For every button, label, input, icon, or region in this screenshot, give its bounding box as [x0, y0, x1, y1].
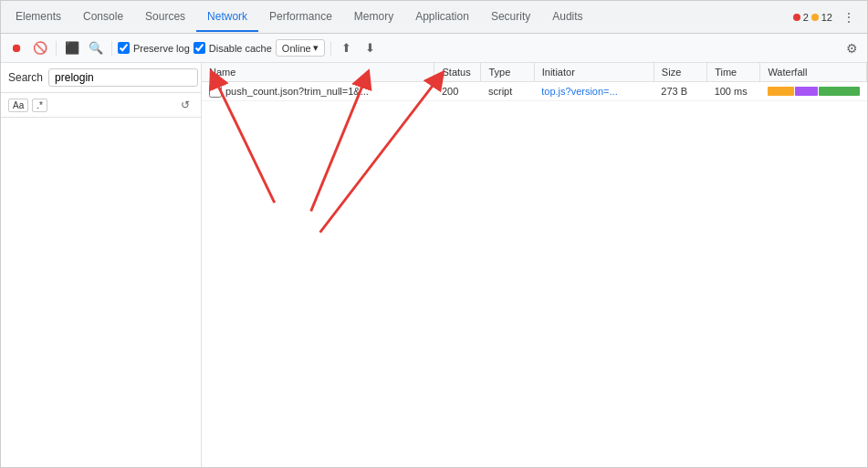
match-case-button[interactable]: Aa: [8, 99, 28, 112]
toolbar-divider-1: [56, 41, 57, 56]
waterfall-seg-3: [819, 87, 859, 96]
warning-count: 12: [821, 12, 832, 23]
search-options: Aa .* ↺: [1, 93, 201, 118]
search-icon[interactable]: 🔍: [86, 38, 106, 58]
cell-time: 100 ms: [707, 82, 760, 101]
toolbar-divider-2: [111, 41, 112, 56]
export-button[interactable]: ⬇: [361, 38, 381, 58]
record-button[interactable]: ⏺: [6, 38, 26, 58]
table-row[interactable]: push_count.json?trim_null=1&... 200 scri…: [202, 82, 867, 101]
col-header-type[interactable]: Type: [481, 63, 534, 82]
table-body: push_count.json?trim_null=1&... 200 scri…: [202, 82, 867, 101]
tab-security[interactable]: Security: [480, 3, 541, 32]
table-header-row: Name Status Type Initiator Size Time Wat…: [202, 63, 867, 82]
tab-elements[interactable]: Elements: [5, 3, 72, 32]
error-icon: [793, 14, 800, 21]
tab-audits[interactable]: Audits: [541, 3, 593, 32]
disable-cache-label[interactable]: Disable cache: [193, 42, 272, 54]
import-button[interactable]: ⬆: [337, 38, 357, 58]
cell-initiator: top.js?version=...: [534, 82, 654, 101]
search-panel: Search ✕ Aa .* ↺: [1, 63, 202, 467]
waterfall-seg-2: [795, 87, 818, 96]
search-header: Search ✕: [1, 63, 201, 93]
initiator-link[interactable]: top.js?version=...: [541, 86, 617, 97]
tab-bar: Elements Console Sources Network Perform…: [1, 1, 867, 34]
toolbar-divider-3: [330, 41, 331, 56]
disable-cache-checkbox[interactable]: [193, 42, 205, 54]
waterfall-seg-1: [768, 87, 795, 96]
col-header-waterfall[interactable]: Waterfall: [760, 63, 867, 82]
clear-button[interactable]: 🚫: [30, 38, 50, 58]
col-header-status[interactable]: Status: [434, 63, 481, 82]
filter-icon[interactable]: ⬛: [62, 38, 82, 58]
network-toolbar: ⏺ 🚫 ⬛ 🔍 Preserve log Disable cache Onlin…: [1, 34, 867, 63]
cell-size: 273 B: [654, 82, 706, 101]
tab-network[interactable]: Network: [196, 3, 258, 32]
row-checkbox[interactable]: [209, 85, 222, 98]
warning-icon: [811, 14, 819, 21]
col-header-time[interactable]: Time: [707, 63, 760, 82]
search-refresh-button[interactable]: ↺: [177, 97, 193, 113]
preserve-log-label[interactable]: Preserve log: [118, 42, 190, 54]
error-count: 2: [803, 12, 809, 23]
network-table: Name Status Type Initiator Size Time Wat…: [202, 63, 867, 467]
cell-status: 200: [434, 82, 481, 101]
search-results: [1, 118, 201, 467]
tab-sources[interactable]: Sources: [134, 3, 196, 32]
tab-memory[interactable]: Memory: [343, 3, 404, 32]
regex-button[interactable]: .*: [32, 99, 47, 112]
waterfall-bar: [768, 85, 860, 98]
tab-console[interactable]: Console: [72, 3, 134, 32]
tab-performance[interactable]: Performance: [258, 3, 343, 32]
online-dropdown[interactable]: Online ▾: [276, 39, 325, 57]
search-input[interactable]: [48, 68, 198, 87]
search-input-wrap: ✕: [48, 68, 216, 87]
col-header-name[interactable]: Name: [202, 63, 434, 82]
preserve-log-checkbox[interactable]: [118, 42, 130, 54]
tab-bar-right: 2 12 ⋮: [793, 6, 863, 28]
network-panel: Name Status Type Initiator Size Time Wat…: [202, 63, 867, 467]
more-options-button[interactable]: ⋮: [838, 6, 860, 28]
col-header-initiator[interactable]: Initiator: [534, 63, 654, 82]
cell-waterfall: [760, 82, 867, 101]
search-label: Search: [8, 71, 43, 84]
col-header-size[interactable]: Size: [654, 63, 706, 82]
main-content: Search ✕ Aa .* ↺: [1, 63, 867, 467]
cell-type: script: [481, 82, 534, 101]
requests-table: Name Status Type Initiator Size Time Wat…: [202, 63, 867, 101]
tab-application[interactable]: Application: [404, 3, 480, 32]
error-badge[interactable]: 2 12: [793, 12, 832, 23]
settings-button[interactable]: ⚙: [842, 38, 862, 58]
cell-name: push_count.json?trim_null=1&...: [202, 82, 434, 101]
chevron-down-icon: ▾: [313, 42, 319, 54]
